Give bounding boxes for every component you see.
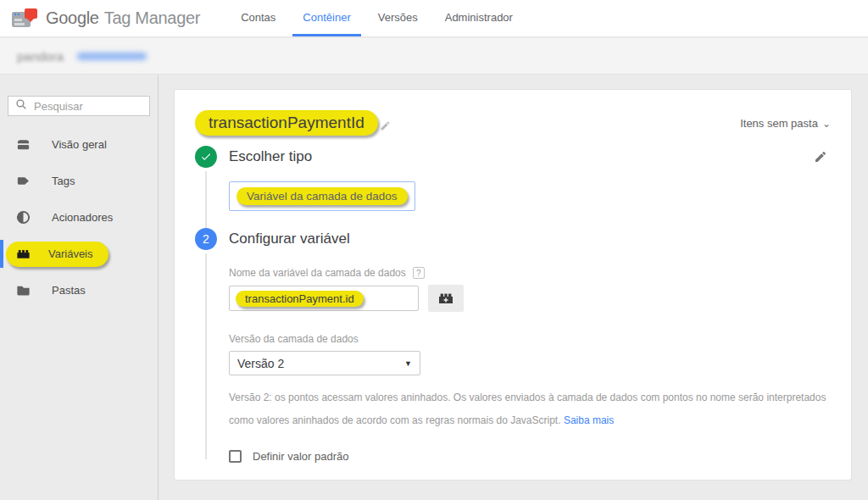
sidebar-item-tags[interactable]: Tags	[0, 163, 158, 199]
top-header: Google Tag Manager Contas Contêiner Vers…	[0, 0, 868, 37]
variable-title: transactionPaymentId	[195, 110, 378, 136]
edit-title-pencil-icon[interactable]	[380, 119, 391, 135]
gtm-logo[interactable]: Google Tag Manager	[0, 0, 200, 36]
sidebar-item-label: Variáveis	[48, 247, 93, 260]
version-select-value: Versão 2	[237, 357, 284, 370]
folder-dropdown-label: Itens sem pasta	[740, 117, 818, 130]
top-navigation: Contas Contêiner Versões Administrador	[231, 0, 523, 36]
tab-contas[interactable]: Contas	[231, 0, 286, 36]
variable-type-label: Variável da camada de dados	[236, 187, 408, 205]
default-value-row: Definir valor padrão	[229, 450, 831, 471]
default-value-checkbox[interactable]	[229, 450, 242, 463]
logo-product-text: Tag Manager	[104, 8, 200, 28]
step-choose-type: Escolher tipo Variável da camada de dado…	[195, 146, 831, 228]
sidebar-item-label: Visão geral	[52, 138, 107, 151]
sidebar-item-variaveis[interactable]: Variáveis	[0, 236, 158, 272]
search-icon	[15, 98, 27, 114]
step-configure-variable: 2 Configurar variável Nome da variável d…	[195, 228, 831, 471]
search-box[interactable]	[8, 96, 150, 116]
version-description: Versão 2: os pontos acessam valores anin…	[229, 386, 831, 432]
variable-name-value: transactionPayment.id	[236, 291, 364, 307]
sidebar-item-acionadores[interactable]: Acionadores	[0, 199, 158, 236]
edit-type-pencil-icon[interactable]	[810, 147, 831, 167]
version-select[interactable]: Versão 2 ▼	[229, 351, 420, 375]
select-arrow-icon: ▼	[404, 359, 412, 368]
variable-type-chip[interactable]: Variável da camada de dados	[229, 181, 415, 211]
step1-done-circle	[195, 146, 217, 168]
step2-heading: Configurar variável	[229, 231, 350, 247]
check-icon	[200, 151, 212, 163]
sidebar-item-pastas[interactable]: Pastas	[0, 272, 158, 308]
help-icon[interactable]: ?	[413, 267, 425, 279]
version-field-label: Versão da camada de dados	[229, 333, 359, 345]
step2-number-circle: 2	[195, 228, 217, 250]
step1-heading: Escolher tipo	[229, 148, 312, 165]
variaveis-annotation-highlight: Variáveis	[6, 242, 108, 267]
gtm-logo-icon	[12, 8, 37, 29]
trigger-icon	[14, 209, 31, 226]
container-id-link-redacted[interactable]	[77, 53, 147, 60]
name-field-label: Nome da variável da camada de dados	[229, 267, 406, 279]
sidebar-menu: Visão geral Tags Acionadores Variáveis	[0, 126, 158, 308]
learn-more-link[interactable]: Saiba mais	[564, 414, 614, 426]
overview-icon	[14, 136, 31, 153]
tab-administrador[interactable]: Administrador	[435, 0, 523, 36]
search-input[interactable]	[34, 100, 142, 113]
logo-brand-text: Google	[46, 8, 99, 28]
sidebar-item-label: Pastas	[52, 284, 86, 297]
folder-icon	[14, 282, 31, 299]
account-name[interactable]: pandora	[17, 49, 64, 64]
folder-dropdown[interactable]: Itens sem pasta ⌄	[740, 117, 831, 130]
sidebar: Visão geral Tags Acionadores Variáveis	[0, 75, 159, 500]
default-value-label: Definir valor padrão	[253, 450, 348, 463]
breadcrumb: pandora	[0, 38, 868, 75]
variable-editor-card: transactionPaymentId Itens sem pasta ⌄	[174, 89, 852, 481]
sidebar-item-label: Tags	[52, 175, 75, 187]
brick-icon	[14, 246, 31, 263]
add-variable-brick-icon[interactable]	[428, 285, 464, 312]
chevron-down-icon: ⌄	[822, 119, 831, 128]
tag-icon	[14, 173, 31, 190]
sidebar-item-visao-geral[interactable]: Visão geral	[0, 126, 158, 163]
tab-versoes[interactable]: Versões	[368, 0, 428, 36]
main-area: transactionPaymentId Itens sem pasta ⌄	[159, 75, 868, 500]
variable-name-input[interactable]: transactionPayment.id	[229, 286, 419, 311]
sidebar-item-label: Acionadores	[52, 211, 113, 224]
tab-conteiner[interactable]: Contêiner	[292, 0, 360, 36]
